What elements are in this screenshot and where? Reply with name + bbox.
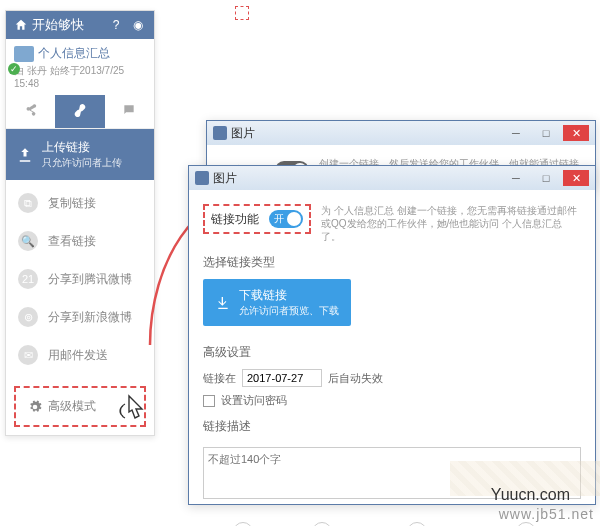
- header-title: 开始够快: [32, 16, 104, 34]
- upload-sub: 只允许访问者上传: [42, 156, 122, 170]
- download-link-button[interactable]: 下载链接 允许访问者预览、下载: [203, 279, 351, 326]
- maximize-button[interactable]: □: [533, 170, 559, 186]
- minimize-button[interactable]: ─: [503, 170, 529, 186]
- advanced-mode-label: 高级模式: [48, 398, 96, 415]
- action-tencent-weibo[interactable]: 21分享到腾讯微博: [6, 260, 154, 298]
- expire-row: 链接在 后自动失效: [203, 369, 581, 387]
- sina-icon: ⊚: [407, 522, 427, 526]
- window-title: 图片: [231, 125, 255, 142]
- panel-header: 开始够快 ? ◉: [6, 11, 154, 39]
- checkmark-icon: ✓: [8, 63, 20, 75]
- watermark-text: www.jb51.net: [499, 506, 594, 522]
- advanced-mode-button[interactable]: 高级模式: [14, 386, 146, 427]
- download-icon: [215, 295, 231, 311]
- window-title: 图片: [213, 170, 237, 187]
- app-icon: [195, 171, 209, 185]
- action-copy-link[interactable]: ⧉复制链接: [223, 522, 263, 526]
- globe-icon[interactable]: ◉: [130, 17, 146, 33]
- window-titlebar[interactable]: 图片 ─ □ ✕: [207, 121, 595, 145]
- file-meta: 由 张丹 始终于2013/7/25 15:48: [14, 64, 146, 89]
- close-button[interactable]: ✕: [563, 170, 589, 186]
- sina-icon: ⊚: [18, 307, 38, 327]
- folder-icon: [14, 46, 34, 62]
- tab-share[interactable]: [6, 95, 55, 128]
- link-feature-label: 链接功能: [211, 211, 259, 228]
- toggle-state: 开: [274, 213, 284, 224]
- share-panel: 开始够快 ? ◉ 个人信息汇总 由 张丹 始终于2013/7/25 15:48 …: [5, 10, 155, 436]
- help-icon[interactable]: ?: [108, 17, 124, 33]
- gear-icon: [28, 400, 42, 414]
- view-icon: 🔍: [18, 231, 38, 251]
- action-label: 查看链接: [48, 233, 96, 250]
- select-type-label: 选择链接类型: [203, 254, 581, 271]
- window-titlebar[interactable]: 图片 ─ □ ✕: [189, 166, 595, 190]
- tab-link[interactable]: [55, 95, 104, 128]
- app-icon: [213, 126, 227, 140]
- callout-box: [235, 6, 249, 20]
- action-view-link[interactable]: 🔍查看链接: [302, 522, 342, 526]
- download-sub: 允许访问者预览、下载: [239, 304, 339, 318]
- upload-link-block[interactable]: 上传链接 只允许访问者上传: [6, 129, 154, 180]
- tencent-icon: 21: [18, 269, 38, 289]
- tencent-icon: 21: [516, 522, 536, 526]
- action-label: 分享到腾讯微博: [48, 271, 132, 288]
- action-tencent-weibo[interactable]: 21分享到腾讯微博: [491, 522, 561, 526]
- mail-icon: ✉: [18, 345, 38, 365]
- maximize-button[interactable]: □: [533, 125, 559, 141]
- minimize-button[interactable]: ─: [503, 125, 529, 141]
- download-title: 下载链接: [239, 287, 339, 304]
- share-actions-list: ⧉复制链接 🔍查看链接 21分享到腾讯微博 ⊚分享到新浪微博 ✉用邮件发送: [6, 180, 154, 378]
- view-icon: 🔍: [312, 522, 332, 526]
- action-email[interactable]: ✉用邮件发送: [6, 336, 154, 374]
- expire-date-input[interactable]: [242, 369, 322, 387]
- upload-icon: [16, 146, 34, 164]
- expire-prefix: 链接在: [203, 371, 236, 386]
- action-sina-weibo[interactable]: ⊚分享到新浪微博: [382, 522, 452, 526]
- password-checkbox[interactable]: [203, 395, 215, 407]
- copy-icon: ⧉: [233, 522, 253, 526]
- link-toggle-on[interactable]: 开: [269, 210, 303, 228]
- tab-bar: [6, 95, 154, 129]
- action-label: 复制链接: [48, 195, 96, 212]
- action-view-link[interactable]: 🔍查看链接: [6, 222, 154, 260]
- file-info: 个人信息汇总 由 张丹 始终于2013/7/25 15:48 ✓: [6, 39, 154, 95]
- action-sina-weibo[interactable]: ⊚分享到新浪微博: [6, 298, 154, 336]
- copy-icon: ⧉: [18, 193, 38, 213]
- expire-suffix: 后自动失效: [328, 371, 383, 386]
- home-icon: [14, 18, 28, 32]
- action-copy-link[interactable]: ⧉复制链接: [6, 184, 154, 222]
- tab-comment[interactable]: [105, 95, 154, 128]
- password-label: 设置访问密码: [221, 393, 287, 408]
- advanced-settings-label: 高级设置: [203, 344, 581, 361]
- link-on-desc: 为 个人信息汇总 创建一个链接，您无需再将链接通过邮件或QQ发给您的工作伙伴，她…: [321, 204, 581, 243]
- credit-text: Yuucn.com: [491, 486, 570, 504]
- action-label: 用邮件发送: [48, 347, 108, 364]
- password-row: 设置访问密码: [203, 393, 581, 408]
- action-label: 分享到新浪微博: [48, 309, 132, 326]
- window-link-enabled: 图片 ─ □ ✕ 链接功能 开 为 个人信息汇总 创建一个链接，您无需再将链接通…: [188, 165, 596, 505]
- file-title: 个人信息汇总: [38, 45, 110, 62]
- desc-label: 链接描述: [203, 418, 581, 435]
- link-toggle-row: 链接功能 开: [203, 204, 311, 234]
- close-button[interactable]: ✕: [563, 125, 589, 141]
- upload-title: 上传链接: [42, 139, 122, 156]
